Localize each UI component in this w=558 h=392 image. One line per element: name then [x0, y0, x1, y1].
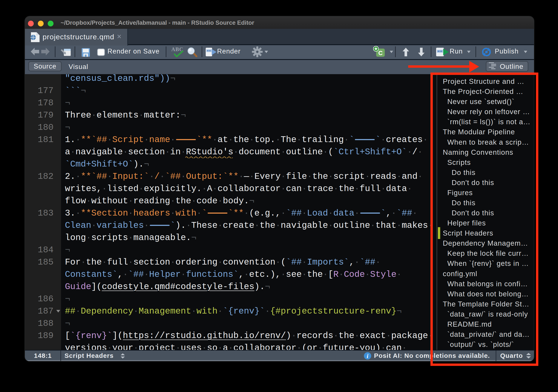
svg-text:C: C	[378, 50, 383, 56]
svg-text:i: i	[367, 353, 368, 359]
